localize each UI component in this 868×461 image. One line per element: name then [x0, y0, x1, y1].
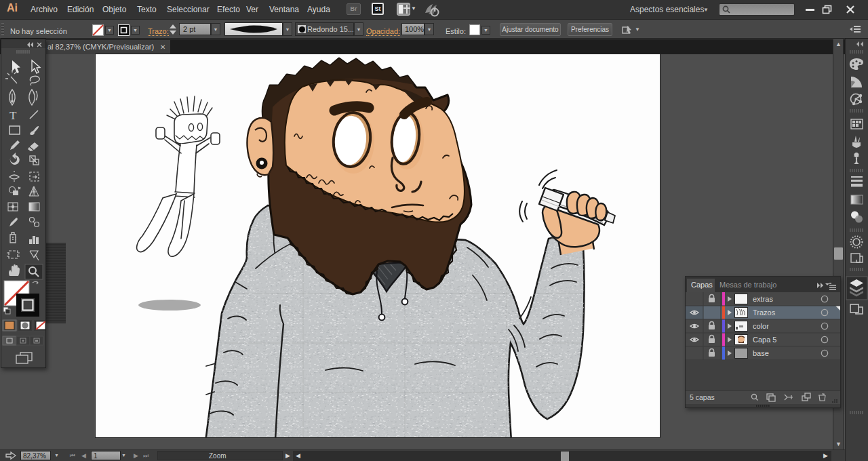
svg-text:Capa 5: Capa 5 — [753, 336, 776, 344]
svg-text:color: color — [753, 322, 769, 330]
svg-text:T: T — [9, 109, 17, 122]
svg-text:Capas: Capas — [691, 281, 713, 289]
svg-text:extras: extras — [753, 295, 773, 303]
svg-text:Trazos: Trazos — [753, 308, 776, 317]
svg-text:5 capas: 5 capas — [690, 393, 715, 401]
svg-text:base: base — [753, 349, 769, 357]
svg-text:Mesas de trabajo: Mesas de trabajo — [719, 281, 776, 289]
